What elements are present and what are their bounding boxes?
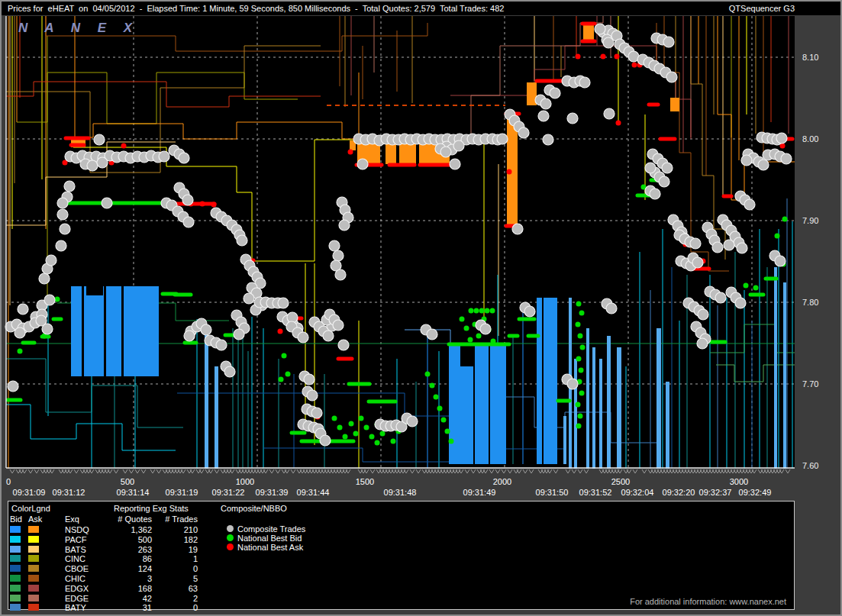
composite-trade-dot bbox=[311, 408, 322, 418]
trade-tick-chevron bbox=[141, 469, 146, 473]
composite-trade-dot bbox=[692, 257, 703, 268]
composite-trade-dot bbox=[234, 329, 244, 340]
time-axis-label: 09:31:12 bbox=[53, 488, 85, 497]
trade-tick-chevron bbox=[10, 469, 15, 473]
time-axis-label: 09:31:49 bbox=[463, 488, 496, 497]
time-axis-label: 09:32:37 bbox=[699, 488, 732, 497]
sequence-axis-label: 1500 bbox=[356, 477, 374, 486]
composite-trade-dot bbox=[304, 374, 315, 385]
time-axis-label: 09:32:49 bbox=[739, 488, 772, 497]
bid-color-swatch bbox=[10, 575, 21, 582]
composite-trade-dot bbox=[579, 77, 590, 88]
best-bid-dot bbox=[286, 372, 291, 377]
best-bid-dot bbox=[375, 440, 380, 446]
composite-trade-dot bbox=[39, 273, 50, 284]
composite-trade-dot bbox=[550, 88, 560, 98]
composite-trade-dot bbox=[56, 240, 66, 251]
nbbo-title: Composite/NBBO bbox=[221, 504, 287, 513]
trade-tick-chevron bbox=[508, 469, 512, 473]
best-bid-dot bbox=[449, 439, 454, 444]
composite-trade-dot bbox=[87, 160, 98, 171]
composite-trade-dot bbox=[244, 293, 254, 304]
exchange-trades: 0 bbox=[158, 603, 198, 612]
composite-trade-dot bbox=[182, 195, 193, 205]
bid-color-swatch bbox=[10, 546, 21, 553]
exchange-quotes: 124 bbox=[108, 564, 152, 573]
composite-trade-dot bbox=[595, 24, 605, 34]
trade-tick-chevron bbox=[489, 469, 494, 473]
footer-note: For additional information: www.nanex.ne… bbox=[630, 597, 786, 606]
best-bid-dot bbox=[576, 356, 582, 362]
nbbo-legend-label: National Best Ask bbox=[237, 543, 303, 552]
ask-color-swatch bbox=[28, 575, 39, 582]
composite-trade-dot bbox=[497, 134, 508, 144]
best-bid-dot bbox=[441, 418, 447, 423]
best-ask-dot bbox=[615, 54, 620, 60]
best-bid-dot bbox=[464, 326, 469, 331]
composite-trade-dot bbox=[427, 329, 437, 340]
ask-color-swatch bbox=[28, 565, 39, 572]
best-bid-dot bbox=[437, 406, 443, 411]
composite-trade-dot bbox=[480, 324, 491, 334]
best-bid-dot bbox=[369, 434, 375, 440]
nbbo-legend-dot bbox=[227, 534, 234, 541]
composite-trade-dot bbox=[97, 157, 108, 168]
ask-color-swatch bbox=[28, 555, 39, 562]
nbbo-legend-label: National Best Bid bbox=[237, 534, 302, 543]
trade-tick-chevron bbox=[114, 469, 118, 473]
composite-trade-dot bbox=[524, 306, 535, 317]
composite-trade-dot bbox=[339, 220, 350, 231]
exchange-quotes: 263 bbox=[108, 545, 152, 554]
trade-tick-chevron bbox=[28, 469, 33, 473]
composite-trade-dot bbox=[184, 331, 195, 341]
composite-trade-dot bbox=[737, 243, 747, 253]
composite-trade-dot bbox=[329, 240, 340, 251]
exg-stats-title: Reporting Exg Stats bbox=[114, 504, 189, 513]
composite-trade-dot bbox=[57, 198, 68, 208]
best-bid-dot bbox=[744, 283, 749, 289]
trade-tick-chevron bbox=[370, 469, 375, 473]
best-bid-dot bbox=[579, 368, 584, 373]
exchange-quotes: 42 bbox=[108, 594, 152, 603]
time-axis-label: 09:31:39 bbox=[256, 488, 289, 497]
composite-trade-dot bbox=[46, 255, 56, 266]
composite-trade-dot bbox=[512, 224, 523, 234]
best-bid-dot bbox=[18, 349, 23, 354]
composite-trade-dot bbox=[94, 134, 105, 145]
time-axis-label: 09:32:20 bbox=[663, 488, 695, 497]
exchange-trades: 182 bbox=[158, 535, 198, 544]
trade-tick-chevron bbox=[215, 469, 219, 473]
ask-column-header: Ask bbox=[28, 514, 42, 524]
ask-color-swatch bbox=[28, 546, 39, 553]
bid-depth-block bbox=[537, 298, 557, 464]
block-stripe bbox=[460, 343, 473, 366]
trade-tick-chevron bbox=[502, 469, 506, 473]
bid-column bbox=[586, 328, 589, 469]
block-stripe bbox=[104, 286, 106, 376]
bid-column bbox=[666, 382, 669, 469]
sequence-axis-label: 500 bbox=[121, 477, 134, 486]
ask-color-swatch bbox=[28, 604, 39, 611]
best-ask-dot bbox=[200, 202, 205, 207]
exchange-name: BATY bbox=[65, 603, 86, 612]
sequence-axis-label: 2000 bbox=[493, 477, 511, 486]
bid-column bbox=[205, 328, 208, 469]
exchange-name: EDGE bbox=[65, 594, 89, 603]
composite-trade-dot bbox=[645, 163, 656, 173]
best-bid-dot bbox=[337, 425, 343, 431]
exchange-trades: 1 bbox=[158, 554, 198, 563]
bid-column bbox=[774, 267, 777, 469]
time-axis-label: 09:31:14 bbox=[117, 488, 150, 497]
exchange-name: CINC bbox=[65, 554, 85, 563]
plot-area[interactable] bbox=[6, 16, 795, 468]
best-bid-dot bbox=[279, 377, 284, 382]
bid-column bbox=[574, 359, 577, 469]
exchange-trades: 63 bbox=[158, 584, 198, 593]
time-axis-label: 09:32:04 bbox=[621, 488, 654, 497]
composite-trade-dot bbox=[604, 108, 615, 119]
best-bid-dot bbox=[490, 308, 495, 314]
exchange-name: PACF bbox=[65, 535, 87, 544]
best-bid-dot bbox=[576, 424, 582, 429]
bid-column bbox=[617, 347, 621, 469]
bid-color-swatch bbox=[10, 585, 21, 592]
